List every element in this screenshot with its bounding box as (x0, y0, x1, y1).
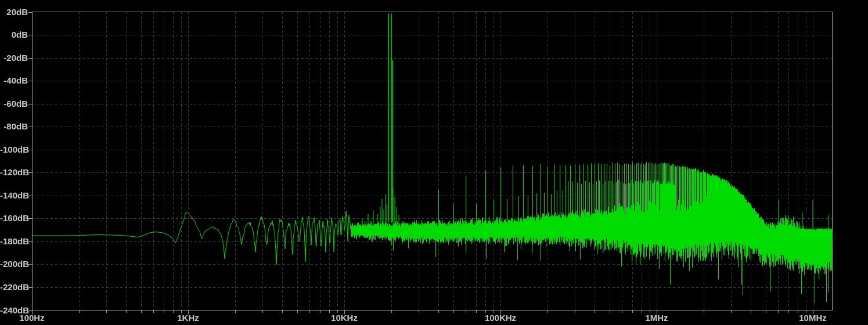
y-axis-tick-label: -20dB (0, 53, 28, 63)
x-axis-tick-label: 100KHz (474, 313, 527, 323)
y-axis-tick-label: -140dB (0, 190, 28, 200)
x-axis-tick-label: 1KHz (162, 313, 214, 323)
fft-plot-window: V(out) 20dB0dB-20dB-40dB-60dB-80dB-100dB… (0, 0, 868, 325)
y-axis-tick-label: 0dB (0, 30, 28, 39)
y-axis-tick-label: -160dB (0, 213, 28, 223)
x-axis-tick-label: 100Hz (6, 313, 58, 323)
y-axis-tick-label: -100dB (0, 145, 28, 154)
x-axis-tick-label: 1MHz (631, 313, 683, 323)
y-axis-tick-label: -80dB (0, 121, 28, 131)
y-axis-tick-label: -60dB (0, 99, 28, 109)
y-axis-tick-label: -180dB (0, 236, 28, 246)
y-axis-tick-label: -120dB (0, 167, 28, 177)
spectrum-plot-canvas[interactable] (0, 0, 868, 325)
y-axis-tick-label: -200dB (0, 259, 28, 269)
y-axis-tick-label: -40dB (0, 75, 28, 85)
x-axis-tick-label: 10KHz (318, 313, 370, 323)
x-axis-tick-label: 10MHz (787, 313, 839, 323)
y-axis-tick-label: -220dB (0, 282, 28, 292)
y-axis-tick-label: 20dB (0, 7, 28, 17)
